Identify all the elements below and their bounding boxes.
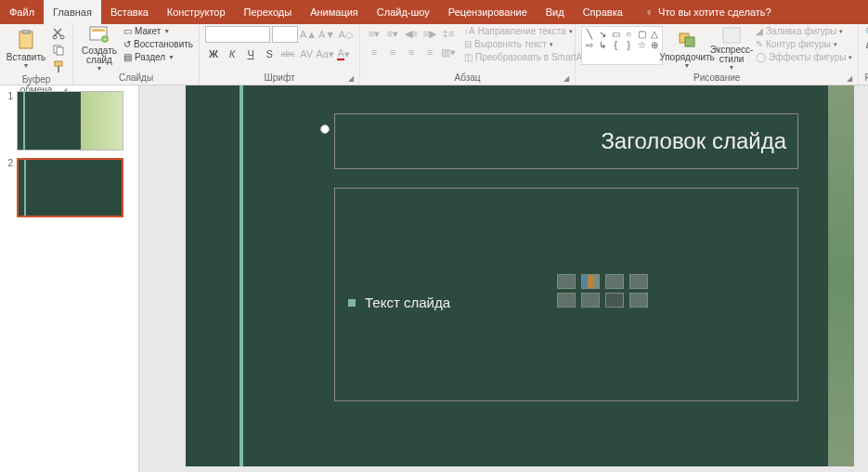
select-button[interactable]: ↖Выделить▾ xyxy=(864,52,868,64)
section-button[interactable]: ▤Раздел▼ xyxy=(123,52,193,62)
rotate-handle-icon[interactable] xyxy=(320,125,330,134)
columns-button[interactable]: ▥▾ xyxy=(440,45,457,59)
svg-rect-0 xyxy=(19,32,32,48)
font-size-combo[interactable] xyxy=(272,26,298,43)
tab-transitions[interactable]: Переходы xyxy=(235,0,302,24)
justify-button[interactable]: ≡ xyxy=(421,45,438,59)
grow-font-button[interactable]: A▲ xyxy=(300,27,317,42)
replace-icon: ab xyxy=(864,40,868,50)
shapes-gallery[interactable]: ╲ ↘ ▭ ○ ▢ △ ⇨ ↳ { } ☆ ⊕ xyxy=(581,26,663,65)
thumb-number: 2 xyxy=(4,158,13,217)
char-spacing-button[interactable]: AV xyxy=(298,46,315,61)
insert-online-picture-icon[interactable] xyxy=(581,293,600,308)
tab-file[interactable]: Файл xyxy=(0,0,44,24)
shape-fill-button[interactable]: ◢Заливка фигуры▾ xyxy=(756,26,852,36)
svg-rect-7 xyxy=(58,66,59,72)
bullets-button[interactable]: ≡▾ xyxy=(366,26,382,41)
quick-styles-label: Экспресс- стили xyxy=(710,46,754,64)
underline-button[interactable]: Ч xyxy=(242,46,259,61)
tab-help[interactable]: Справка xyxy=(574,0,632,24)
title-placeholder[interactable]: Заголовок слайда xyxy=(334,113,798,169)
slide-gradient-edge xyxy=(828,85,854,466)
insert-smartart-icon[interactable] xyxy=(605,274,624,289)
content-placeholder[interactable]: Текст слайда xyxy=(334,188,798,401)
insert-icon-icon[interactable] xyxy=(629,293,648,308)
italic-button[interactable]: К xyxy=(224,46,240,61)
line-shape-icon: ╲ xyxy=(584,29,595,38)
slide-thumbnail-2[interactable] xyxy=(17,158,123,217)
body-placeholder-text: Текст слайда xyxy=(365,295,450,310)
strike-button[interactable]: abc xyxy=(279,46,296,61)
reset-button[interactable]: ↺Восстановить xyxy=(123,39,193,49)
slide-canvas-area[interactable]: Заголовок слайда Текст слайда xyxy=(139,85,868,472)
find-button[interactable]: 🔍Найти xyxy=(864,26,868,38)
editing-group-label: Редактирование xyxy=(864,72,868,83)
arrange-icon xyxy=(676,29,698,51)
clipboard-icon xyxy=(15,29,37,51)
cursor-icon: ↖ xyxy=(864,53,868,63)
change-case-button[interactable]: Aa▾ xyxy=(317,46,333,61)
ribbon-tabs: Файл Главная Вставка Конструктор Переход… xyxy=(0,0,868,24)
font-group-label: Шрифт xyxy=(265,72,295,83)
align-center-button[interactable]: ≡ xyxy=(384,45,401,59)
shrink-font-button[interactable]: A▼ xyxy=(318,27,335,42)
dialog-launcher-icon[interactable]: ◢ xyxy=(348,74,354,83)
pen-icon: ✎ xyxy=(756,39,763,49)
increase-indent-button[interactable]: ≡▶ xyxy=(421,26,438,41)
align-right-button[interactable]: ≡ xyxy=(403,45,420,59)
new-slide-button[interactable]: + Создать слайд ▼ xyxy=(79,26,120,71)
tab-slideshow[interactable]: Слайд-шоу xyxy=(368,0,439,24)
paste-label: Вставить xyxy=(6,53,45,62)
thumbnail-pane: 1 2 xyxy=(0,85,139,472)
title-placeholder-text: Заголовок слайда xyxy=(601,128,786,154)
dialog-launcher-icon[interactable]: ◢ xyxy=(847,74,852,83)
insert-table-icon[interactable] xyxy=(557,274,576,289)
slide-thumbnail-1[interactable] xyxy=(17,91,123,151)
group-editing: 🔍Найти abЗаменить▾ ↖Выделить▾ Редактиров… xyxy=(859,24,868,85)
tab-animations[interactable]: Анимация xyxy=(301,0,368,24)
tab-insert[interactable]: Вставка xyxy=(101,0,158,24)
layout-button[interactable]: ▭Макет▼ xyxy=(123,26,193,36)
shape-effects-button[interactable]: ◯Эффекты фигуры▾ xyxy=(756,52,852,62)
copy-button[interactable] xyxy=(50,43,67,58)
svg-rect-14 xyxy=(723,28,740,43)
line-spacing-button[interactable]: ‡≡ xyxy=(440,26,457,41)
reset-icon: ↺ xyxy=(123,39,131,49)
group-paragraph: ≡▾ ≡▾ ◀≡ ≡▶ ‡≡ ≡ ≡ ≡ ≡ ▥▾ ↕AНаправление … xyxy=(360,24,576,85)
replace-button[interactable]: abЗаменить▾ xyxy=(864,39,868,51)
dialog-launcher-icon[interactable]: ◢ xyxy=(564,74,569,83)
font-color-button[interactable]: A▾ xyxy=(335,46,352,61)
insert-video-icon[interactable] xyxy=(605,293,624,308)
lightbulb-icon: ♀ xyxy=(645,7,653,18)
bullet-icon xyxy=(348,299,356,307)
tell-me-search[interactable]: ♀ Что вы хотите сделать? xyxy=(632,0,771,24)
quick-styles-button[interactable]: Экспресс- стили ▼ xyxy=(711,26,752,71)
text-shadow-button[interactable]: S xyxy=(261,46,278,61)
paste-button[interactable]: Вставить ▼ xyxy=(6,26,46,71)
tab-review[interactable]: Рецензирование xyxy=(439,0,537,24)
format-painter-button[interactable] xyxy=(50,59,67,74)
bold-button[interactable]: Ж xyxy=(205,46,222,61)
insert-picture-icon[interactable] xyxy=(557,293,576,308)
effects-icon: ◯ xyxy=(756,52,766,62)
tab-design[interactable]: Конструктор xyxy=(158,0,235,24)
cut-button[interactable] xyxy=(50,26,67,41)
insert-3d-icon[interactable] xyxy=(629,274,648,289)
shape-outline-button[interactable]: ✎Контур фигуры▾ xyxy=(756,39,852,49)
font-name-combo[interactable] xyxy=(205,26,270,43)
arrange-button[interactable]: Упорядочить ▼ xyxy=(667,26,707,71)
align-text-icon: ⊟ xyxy=(464,39,472,49)
numbering-button[interactable]: ≡▾ xyxy=(384,26,401,41)
tab-view[interactable]: Вид xyxy=(537,0,574,24)
decrease-indent-button[interactable]: ◀≡ xyxy=(403,26,420,41)
clear-format-button[interactable]: A◇ xyxy=(337,27,354,42)
more-shapes-icon: ⊕ xyxy=(649,40,660,49)
slide[interactable]: Заголовок слайда Текст слайда xyxy=(186,85,854,466)
brace2-shape-icon: } xyxy=(623,40,634,49)
tab-home[interactable]: Главная xyxy=(44,0,101,24)
section-icon: ▤ xyxy=(123,52,132,62)
align-left-button[interactable]: ≡ xyxy=(366,45,382,59)
scissors-icon xyxy=(52,27,65,40)
insert-chart-icon[interactable] xyxy=(581,274,600,289)
new-slide-label: Создать слайд xyxy=(82,46,117,65)
